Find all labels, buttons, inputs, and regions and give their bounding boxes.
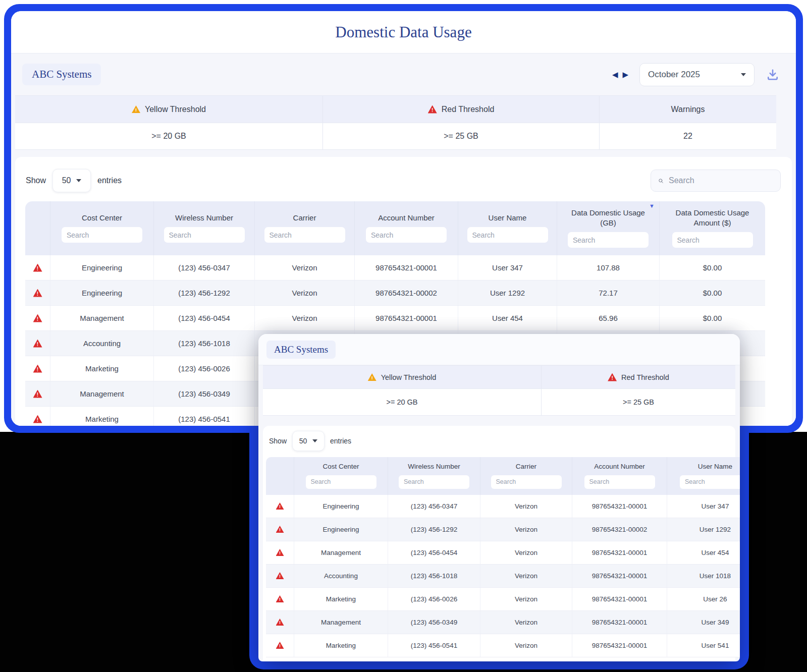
sort-desc-icon[interactable]: ▼: [649, 203, 655, 209]
cell-warning: [266, 611, 294, 634]
column-header-wireless_number: Wireless Number: [388, 457, 480, 495]
warning-icon: [276, 572, 284, 579]
cell-user_name: User 1018: [667, 565, 740, 587]
title-bar: Domestic Data Usage: [11, 11, 796, 53]
cell-cost_center: Management: [50, 381, 154, 406]
cell-wireless_number: (123) 456-1292: [154, 281, 255, 305]
yellow-warning-icon: [368, 373, 376, 381]
next-month-button[interactable]: ▶: [622, 71, 628, 78]
warning-icon: [33, 264, 42, 272]
yellow-threshold-label: Yellow Threshold: [381, 373, 437, 381]
cell-cost_center: Engineering: [50, 281, 154, 305]
column-search-input[interactable]: [491, 475, 562, 489]
cell-cost_center: Marketing: [294, 588, 388, 610]
column-search-input[interactable]: [399, 475, 469, 489]
previous-month-button[interactable]: ◀: [612, 71, 618, 78]
cell-warning: [25, 407, 50, 426]
yellow-threshold-header: Yellow Threshold: [15, 96, 323, 123]
cell-account_number: 987654321-00001: [572, 611, 667, 634]
cell-carrier: Verizon: [480, 518, 572, 541]
chevron-down-icon: [312, 439, 317, 442]
cell-user_name: User 1292: [458, 281, 557, 305]
column-header-cost_center: Cost Center: [294, 457, 388, 495]
column-label: Account Number: [378, 213, 435, 223]
cell-warning: [25, 381, 50, 406]
column-search-input[interactable]: [568, 232, 649, 248]
column-header-user_name: User Name: [667, 457, 740, 495]
cell-wireless_number: (123) 456-0347: [388, 495, 480, 518]
column-header-icon: [266, 457, 294, 495]
column-header-carrier: Carrier: [480, 457, 572, 495]
page-size-selector[interactable]: 50: [52, 169, 91, 192]
cell-wireless_number: (123) 456-1018: [388, 565, 480, 587]
cell-account_number: 987654321-00001: [572, 495, 667, 518]
column-header-carrier: Carrier: [255, 201, 355, 255]
column-search-input[interactable]: [467, 227, 548, 243]
cell-user_name: User 541: [667, 634, 740, 657]
table-search[interactable]: [651, 170, 781, 192]
column-label: Data Domestic Usage (GB): [564, 208, 652, 228]
overlay-usage-table: Cost CenterWireless NumberCarrierAccount…: [266, 457, 740, 657]
warning-icon: [276, 502, 284, 510]
threshold-header-row: Yellow Threshold Red Threshold Warnings: [15, 95, 776, 123]
cell-warning: [266, 518, 294, 541]
cell-wireless_number: (123) 456-0454: [154, 306, 255, 330]
cell-wireless_number: (123) 456-0026: [154, 356, 255, 381]
column-search-input[interactable]: [306, 475, 376, 489]
column-header-wireless_number: Wireless Number: [154, 201, 255, 255]
page-size-value: 50: [299, 437, 307, 445]
yellow-threshold-label: Yellow Threshold: [145, 105, 206, 114]
month-selector-value: October 2025: [648, 70, 700, 80]
cell-carrier: Verizon: [480, 541, 572, 564]
column-search-input[interactable]: [264, 227, 345, 243]
cell-account_number: 987654321-00001: [355, 255, 458, 280]
warning-icon: [33, 289, 42, 297]
column-label: Data Domestic Usage Amount ($): [667, 208, 758, 228]
cell-wireless_number: (123) 456-1292: [388, 518, 480, 541]
yellow-threshold-value: >= 20 GB: [15, 123, 323, 149]
cell-cost_center: Marketing: [50, 407, 154, 426]
page-title: Domestic Data Usage: [335, 23, 471, 41]
page-size-selector[interactable]: 50: [292, 431, 325, 451]
entries-label: entries: [97, 176, 122, 185]
column-search-input[interactable]: [62, 227, 142, 243]
cell-user_name: User 26: [667, 588, 740, 610]
cell-wireless_number: (123) 456-0541: [154, 407, 255, 426]
cell-wireless_number: (123) 456-0349: [154, 381, 255, 406]
toolbar: ABC Systems ◀ ▶ October 2025: [11, 53, 796, 95]
cell-account_number: 987654321-00002: [572, 518, 667, 541]
warnings-count: 22: [600, 123, 776, 149]
table-row: Engineering(123) 456-1292Verizon98765432…: [266, 518, 740, 541]
column-search-input[interactable]: [680, 475, 740, 489]
column-search-input[interactable]: [584, 475, 655, 489]
column-search-input[interactable]: [164, 227, 245, 243]
table-row: Engineering(123) 456-0347Verizon98765432…: [266, 495, 740, 518]
cell-carrier: Verizon: [255, 281, 355, 305]
threshold-value-row: >= 20 GB >= 25 GB 22: [15, 123, 776, 150]
column-search-input[interactable]: [366, 227, 447, 243]
cell-warning: [25, 281, 50, 305]
cell-cost_center: Engineering: [294, 495, 388, 518]
table-row: Management(123) 456-0454Verizon987654321…: [266, 541, 740, 565]
month-controls: ◀ ▶ October 2025: [612, 63, 780, 86]
warnings-header: Warnings: [600, 96, 776, 123]
cell-usage_amount: $0.00: [660, 306, 765, 330]
cell-account_number: 987654321-00001: [355, 306, 458, 330]
column-search-input[interactable]: [672, 232, 753, 248]
table-search-input[interactable]: [669, 176, 773, 185]
table-row: Management(123) 456-0349Verizon987654321…: [266, 611, 740, 634]
month-selector[interactable]: October 2025: [639, 63, 755, 86]
column-label: Carrier: [293, 213, 316, 223]
cell-usage_gb: 107.88: [557, 255, 660, 280]
download-button[interactable]: [766, 68, 780, 82]
cell-carrier: Verizon: [255, 255, 355, 280]
column-header-user_name: User Name: [458, 201, 557, 255]
section-gap: [11, 150, 796, 157]
chevron-down-icon: [76, 179, 81, 182]
table-row: Management(123) 456-0454Verizon987654321…: [25, 306, 765, 331]
cell-cost_center: Management: [294, 611, 388, 634]
warning-icon: [276, 642, 284, 649]
cell-carrier: Verizon: [480, 495, 572, 518]
red-warning-icon: [428, 105, 437, 114]
cell-carrier: Verizon: [480, 565, 572, 587]
